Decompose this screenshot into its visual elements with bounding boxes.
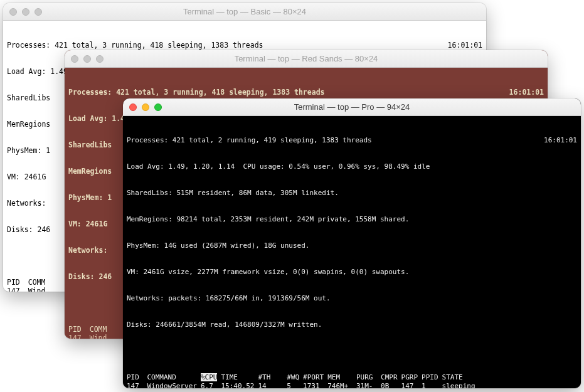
window-title: Terminal — top — Red Sands — 80×24 [71,54,541,63]
table-header: PIDCOMM [7,278,49,287]
close-icon[interactable] [71,55,78,63]
summary-line: SharedLibs: 515M resident, 86M data, 305… [127,189,577,198]
maximize-icon[interactable] [35,8,42,16]
summary-line: PhysMem: 14G used (2687M wired), 18G unu… [127,241,577,250]
summary-line: Load Avg: 1.49, 1.20, 1.14 CPU usage: 0.… [127,162,577,171]
process-table: PIDCOMM 147Wind 3724top 3725top 3723top … [7,278,49,292]
process-table: PIDCOMM 147Wind 3724top 3725top 3723top … [68,325,110,339]
table-row: 147Wind [7,287,49,292]
titlebar[interactable]: Terminal — top — Basic — 80×24 [3,3,486,21]
titlebar[interactable]: Terminal — top — Red Sands — 80×24 [65,50,548,68]
summary-line: Processes: 421 total, 3 running, 418 sle… [7,41,263,50]
terminal-content[interactable]: Processes: 421 total, 2 running, 419 sle… [123,116,581,388]
minimize-icon[interactable] [142,103,149,111]
summary-line: Processes: 421 total, 3 running, 418 sle… [68,88,325,97]
clock: 16:01:01 [509,88,544,97]
traffic-lights [129,103,162,111]
table-row: 147Wind [68,334,110,339]
traffic-lights [9,8,42,16]
summary-line: Disks: 246661/3854M read, 146809/3327M w… [127,320,577,329]
window-title: Terminal — top — Pro — 94×24 [129,102,575,112]
close-icon[interactable] [129,103,137,111]
traffic-lights [71,55,104,63]
close-icon[interactable] [9,8,17,16]
table-header: PID COMMAND %CPU TIME #TH #WQ #PORT MEM … [127,373,479,382]
minimize-icon[interactable] [22,8,29,16]
table-row: 147WindowServer6.715:40.521451731746M+31… [127,382,479,388]
maximize-icon[interactable] [96,55,104,63]
summary-line: Networks: packets: 168275/66M in, 191369… [127,294,577,303]
clock: 16:01:01 [448,41,482,50]
summary-line: VM: 2461G vsize, 2277M framework vsize, … [127,268,577,277]
maximize-icon[interactable] [154,103,162,111]
titlebar[interactable]: Terminal — top — Pro — 94×24 [123,98,581,116]
table-header: PIDCOMM [68,325,110,334]
minimize-icon[interactable] [83,55,91,63]
terminal-window-pro[interactable]: Terminal — top — Pro — 94×24 Processes: … [123,98,581,388]
process-table: PID COMMAND %CPU TIME #TH #WQ #PORT MEM … [127,373,479,388]
clock: 16:01:01 [544,136,577,145]
summary-line: Processes: 421 total, 2 running, 419 sle… [127,136,372,145]
window-title: Terminal — top — Basic — 80×24 [9,7,480,16]
summary-line: MemRegions: 98214 total, 2353M resident,… [127,215,577,224]
sort-column-cpu: %CPU [201,373,218,381]
